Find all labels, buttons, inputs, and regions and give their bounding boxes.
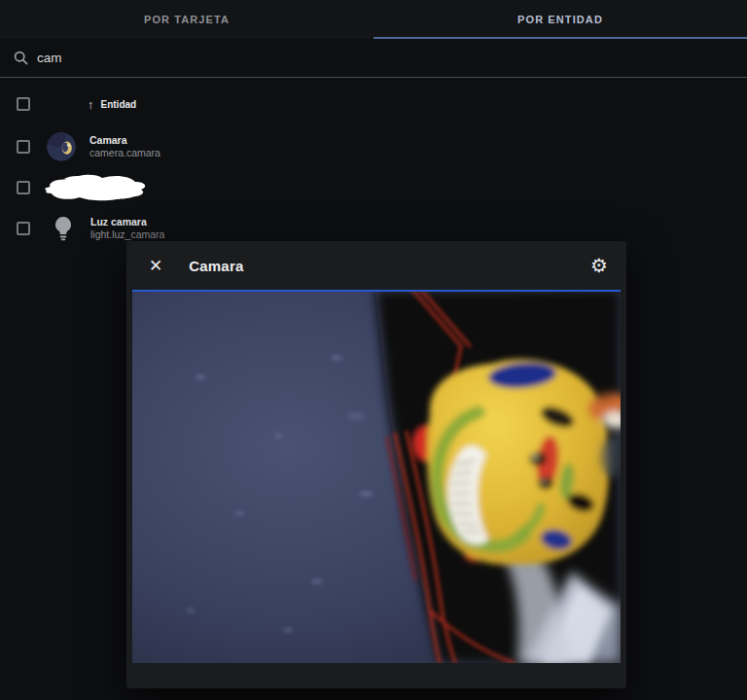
camera-thumbnail-avatar <box>47 132 76 161</box>
entity-id: light.luz_camara <box>90 228 164 241</box>
search-input[interactable] <box>37 51 747 65</box>
dialog-title: Camara <box>189 258 243 274</box>
column-header-entidad[interactable]: Entidad <box>101 99 137 110</box>
entity-id: camera.camara <box>89 147 160 159</box>
lightbulb-icon <box>54 216 72 242</box>
tab-por-entidad[interactable]: POR ENTIDAD <box>374 0 747 39</box>
camera-dialog: ✕ Camara ⚙ <box>126 241 626 688</box>
close-icon[interactable]: ✕ <box>149 258 162 274</box>
sort-arrow-up-icon[interactable]: ↑ <box>88 97 94 112</box>
list-item-redacted[interactable] <box>0 168 747 207</box>
redacted-scribble <box>41 171 152 204</box>
camera-video-player <box>132 290 621 663</box>
gear-icon[interactable]: ⚙ <box>590 256 608 275</box>
entity-name: Camara <box>89 134 160 147</box>
entity-name: Luz camara <box>90 216 164 228</box>
select-all-checkbox[interactable] <box>17 97 30 111</box>
row-checkbox[interactable] <box>17 140 30 154</box>
row-checkbox[interactable] <box>17 222 30 235</box>
tab-bar: POR TARJETA POR ENTIDAD <box>0 0 747 39</box>
dialog-header: ✕ Camara ⚙ <box>126 241 626 290</box>
search-icon <box>14 51 28 65</box>
search-divider <box>0 77 747 78</box>
video-progress-bar <box>132 290 621 292</box>
list-header-row: ↑ Entidad <box>0 91 747 117</box>
camera-feed-image <box>132 290 621 663</box>
search-bar <box>0 39 747 77</box>
row-checkbox[interactable] <box>17 181 30 194</box>
list-item-camara[interactable]: Camara camera.camara <box>0 126 747 167</box>
tab-por-tarjeta[interactable]: POR TARJETA <box>0 0 374 39</box>
